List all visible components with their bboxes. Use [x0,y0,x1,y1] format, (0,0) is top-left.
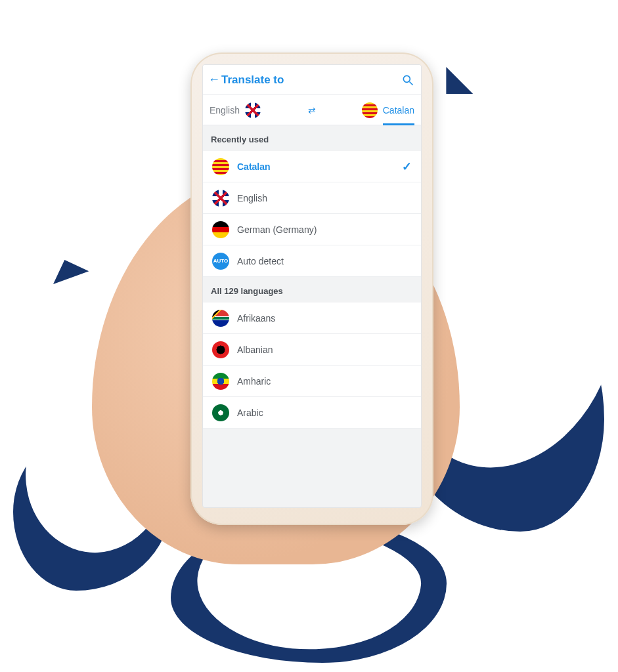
back-arrow-icon[interactable]: ← [207,73,221,87]
germany-flag-icon [212,221,229,238]
svg-line-1 [410,81,413,85]
arabic-flag-icon [212,404,229,421]
language-row-catalan[interactable]: Catalan ✓ [203,151,421,182]
language-pair-row: English ⇄ Catalan [203,95,421,125]
catalan-flag-icon [362,102,378,118]
language-name: English [237,193,412,203]
language-row-afrikaans[interactable]: Afrikaans [203,303,421,334]
app-screen: ← Translate to English ⇄ Catalan Recentl… [202,64,422,508]
language-row-german[interactable]: German (Germany) [203,214,421,245]
ethiopia-flag-icon [212,373,229,390]
language-row-albanian[interactable]: Albanian [203,334,421,366]
uk-flag-icon [212,190,229,207]
language-row-auto-detect[interactable]: AUTO Auto detect [203,245,421,277]
language-name: Auto detect [237,256,412,266]
check-icon: ✓ [402,159,412,174]
source-language[interactable]: English [210,102,261,118]
section-header-all: All 129 languages [203,277,421,303]
phone-frame: ← Translate to English ⇄ Catalan Recentl… [190,52,433,525]
search-icon[interactable] [401,74,414,87]
uk-flag-icon [245,102,261,118]
section-header-recent: Recently used [203,125,421,151]
header-title: Translate to [221,74,284,87]
catalan-flag-icon [212,158,229,175]
language-row-english[interactable]: English [203,182,421,214]
target-language-label: Catalan [383,105,414,125]
albania-flag-icon [212,341,229,358]
language-row-amharic[interactable]: Amharic [203,366,421,397]
language-name: Afrikaans [237,313,412,324]
south-africa-flag-icon [212,310,229,327]
auto-detect-icon: AUTO [212,253,229,270]
language-name: Albanian [237,345,412,355]
source-language-label: English [210,105,240,116]
language-row-arabic[interactable]: Arabic [203,397,421,429]
header-bar: ← Translate to [203,65,421,95]
target-language[interactable]: Catalan [362,102,414,118]
svg-point-0 [403,75,410,82]
language-name: German (Germany) [237,224,412,235]
language-name: Amharic [237,376,412,387]
language-name: Catalan [237,161,394,172]
swap-languages-icon[interactable]: ⇄ [308,105,315,116]
language-name: Arabic [237,408,412,418]
